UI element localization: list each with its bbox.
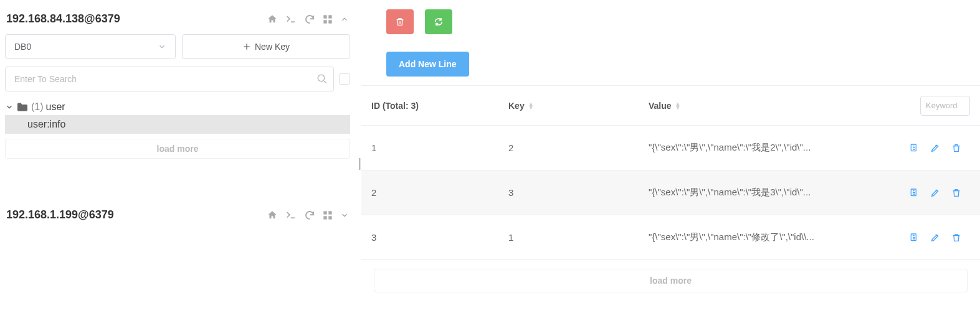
trash-icon [395,17,405,27]
table-body: 12"{\"sex\":\"男\",\"name\":\"我是2\",\"id\… [361,126,980,260]
collapse-icon[interactable] [340,15,349,24]
grid-icon[interactable] [323,210,333,220]
main-panel: Add New Line ID (Total: 3) Key ▲▼ Value … [361,0,980,326]
refresh-icon[interactable] [304,210,315,221]
cell-id: 2 [361,187,498,198]
folder-count: (1) [31,101,44,113]
db-select-label: DB0 [14,42,31,52]
svg-rect-5 [323,211,326,214]
svg-rect-6 [328,211,331,214]
connection-block: 192.168.1.199@6379 [5,202,350,230]
svg-rect-3 [328,20,331,23]
th-value[interactable]: Value ▲▼ [639,101,911,111]
connection-toolbar [267,210,349,221]
cell-key: 1 [498,232,639,243]
cell-value: "{\"sex\":\"男\",\"name\":\"我是2\",\"id\".… [639,142,890,154]
svg-rect-1 [328,15,331,18]
th-key[interactable]: Key ▲▼ [498,101,639,111]
cell-value: "{\"sex\":\"男\",\"name\":\"修改了\",\"id\\.… [639,231,890,243]
edit-icon[interactable] [930,143,940,153]
connection-title[interactable]: 192.168.84.138@6379 [6,12,120,26]
svg-point-4 [318,75,325,82]
svg-rect-7 [323,216,326,219]
new-key-label: New Key [255,42,290,52]
tree-folder[interactable]: (1) user [5,99,350,115]
plus-icon [242,42,251,51]
th-value-label: Value [649,101,672,111]
cell-key: 3 [498,187,639,198]
db-select[interactable]: DB0 [5,34,176,59]
trash-icon[interactable] [951,188,961,198]
th-id-label: ID (Total: 3) [371,101,419,111]
connection-header: 192.168.1.199@6379 [5,202,350,230]
trash-icon[interactable] [951,143,961,153]
folder-name: user [46,101,65,113]
terminal-icon[interactable] [285,211,297,220]
edit-icon[interactable] [930,233,940,243]
cell-id: 1 [361,142,498,153]
trash-icon[interactable] [951,233,961,243]
delete-button[interactable] [386,9,414,34]
pane-resizer[interactable]: || [355,0,361,326]
terminal-icon[interactable] [285,15,297,24]
refresh-icon [434,17,444,27]
chevron-down-icon [5,103,14,111]
sort-icon: ▲▼ [675,102,681,109]
connection-header: 192.168.84.138@6379 [5,6,350,34]
keyword-input[interactable] [920,96,970,116]
refresh-icon[interactable] [304,14,315,25]
tree-key-item[interactable]: user:info [5,115,350,134]
top-buttons [361,9,980,34]
chevron-down-icon [158,42,166,51]
db-row: DB0 New Key [5,34,350,59]
sidebar: 192.168.84.138@6379 DB0 New Key [0,0,355,326]
refresh-button[interactable] [425,9,452,34]
copy-icon[interactable] [909,233,919,243]
table-row[interactable]: 12"{\"sex\":\"男\",\"name\":\"我是2\",\"id\… [361,126,980,170]
load-more-button[interactable]: load more [5,139,350,159]
cell-value: "{\"sex\":\"男\",\"name\":\"我是3\",\"id\".… [639,187,890,198]
svg-rect-8 [328,216,331,219]
cell-id: 3 [361,232,498,243]
search-checkbox[interactable] [339,73,350,85]
connection-block: 192.168.84.138@6379 DB0 New Key [5,6,350,159]
data-table: ID (Total: 3) Key ▲▼ Value ▲▼ 12"{\"sex\… [361,85,980,292]
copy-icon[interactable] [909,188,919,198]
table-row[interactable]: 23"{\"sex\":\"男\",\"name\":\"我是3\",\"id\… [361,170,980,215]
load-more-button[interactable]: load more [374,269,968,292]
key-tree: (1) user user:info load more [5,99,350,159]
connection-title[interactable]: 192.168.1.199@6379 [6,208,114,221]
th-id[interactable]: ID (Total: 3) [361,101,498,111]
search-icon[interactable] [316,73,328,85]
search-input[interactable] [5,67,334,91]
th-filter [911,96,980,116]
add-new-line-button[interactable]: Add New Line [386,52,469,77]
home-icon[interactable] [267,210,278,221]
home-icon[interactable] [267,14,278,25]
cell-actions [890,188,980,198]
grid-icon[interactable] [323,14,333,24]
th-key-label: Key [508,101,525,111]
svg-rect-2 [323,20,326,23]
copy-icon[interactable] [909,143,919,153]
table-row[interactable]: 31"{\"sex\":\"男\",\"name\":\"修改了\",\"id\… [361,215,980,260]
svg-rect-0 [323,15,326,18]
new-key-button[interactable]: New Key [182,34,350,59]
cell-actions [890,143,980,153]
connection-toolbar [267,14,349,25]
folder-icon [16,102,29,112]
table-header: ID (Total: 3) Key ▲▼ Value ▲▼ [361,86,980,126]
search-row [5,67,350,91]
cell-key: 2 [498,142,639,153]
expand-icon[interactable] [340,211,349,220]
cell-actions [890,233,980,243]
edit-icon[interactable] [930,188,940,198]
search-input-wrap [5,67,334,91]
sort-icon: ▲▼ [528,102,534,109]
